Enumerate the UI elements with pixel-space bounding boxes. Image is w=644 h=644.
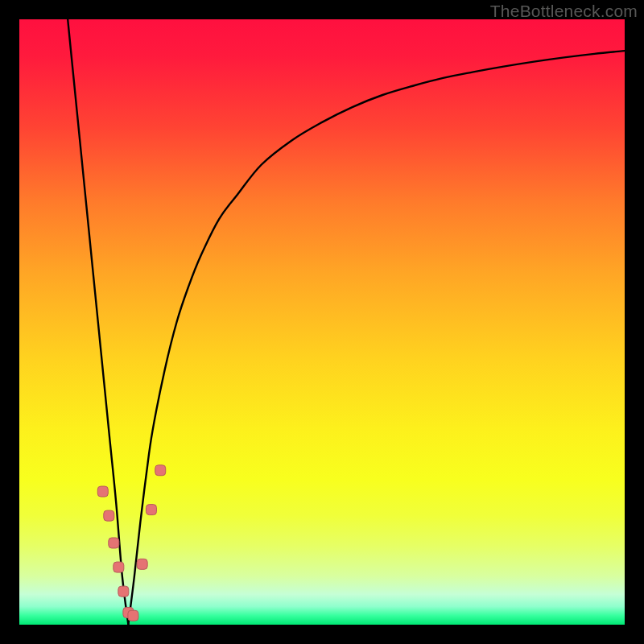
marker-point: [118, 586, 129, 597]
marker-point: [104, 510, 114, 521]
marker-point: [97, 486, 108, 497]
left-branch-curve: [68, 19, 128, 625]
watermark-text: TheBottleneck.com: [490, 2, 638, 21]
right-branch-curve: [128, 51, 625, 625]
marker-point: [137, 559, 147, 569]
marker-point: [109, 538, 119, 548]
marker-point: [146, 505, 156, 515]
curve-layer: [19, 19, 625, 625]
marker-point: [128, 610, 138, 621]
chart-frame: TheBottleneck.com: [0, 0, 644, 644]
plot-area: [19, 19, 625, 625]
marker-point: [114, 562, 124, 572]
marker-point: [155, 465, 166, 476]
